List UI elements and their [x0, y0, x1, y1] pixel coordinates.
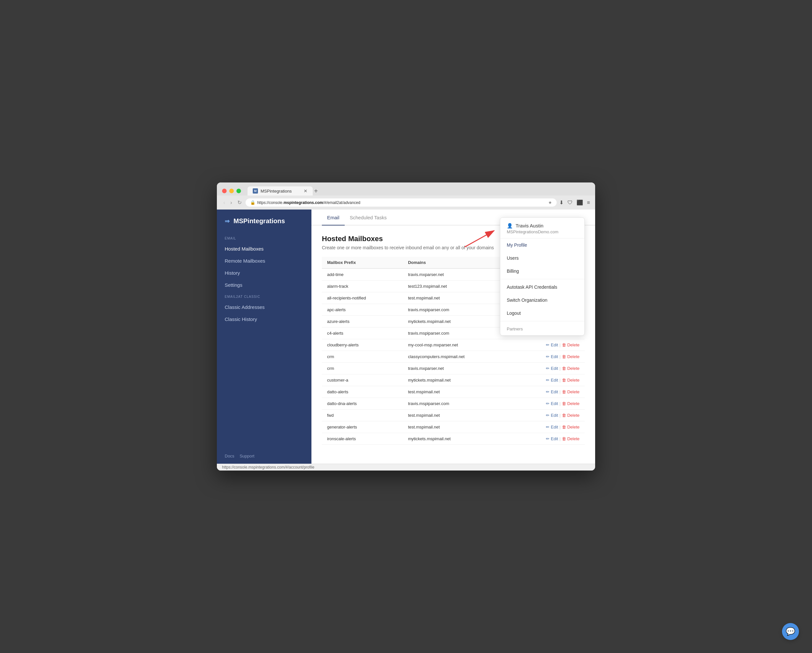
logo-text: MSPintegrations [234, 217, 285, 225]
sidebar-item-settings[interactable]: Settings [217, 279, 311, 291]
app-layout: ⇒ MSPintegrations EMAIL Hosted Mailboxes… [217, 210, 595, 464]
minimize-button[interactable] [229, 189, 234, 193]
tab-bar: M MSPintegrations ✕ + [247, 186, 590, 195]
delete-button[interactable]: 🗑 Delete [562, 436, 580, 441]
address-bar: ‹ › ↻ 🔒 https://console.mspintegrations.… [217, 195, 595, 210]
status-bar: https://console.mspintegrations.com/#/ac… [217, 464, 595, 470]
cell-domain: travis.mspiparser.com [403, 327, 513, 339]
edit-button[interactable]: ✏ Edit [546, 413, 558, 418]
tab-scheduled-tasks[interactable]: Scheduled Tasks [345, 210, 392, 225]
cell-prefix: all-recipients-notified [322, 292, 403, 304]
dropdown-autotask-api[interactable]: Autotask API Credentials [500, 280, 585, 294]
dropdown-switch-org[interactable]: Switch Organization [500, 294, 585, 307]
sidebar-bottom: Docs Support [217, 448, 311, 464]
url-bar[interactable]: 🔒 https://console.mspintegrations.com/#/… [246, 198, 557, 207]
edit-button[interactable]: ✏ Edit [546, 354, 558, 359]
dropdown-partners[interactable]: Partners [500, 323, 585, 335]
extension-icon[interactable]: ⬛ [577, 199, 583, 205]
cell-prefix: datto-dna-alerts [322, 398, 403, 409]
browser-window: M MSPintegrations ✕ + ‹ › ↻ 🔒 https://co… [217, 183, 595, 470]
table-row: ironscale-alertsmytickets.mspimail.net✏ … [322, 433, 585, 445]
menu-icon[interactable]: ≡ [587, 200, 590, 205]
cell-actions: ✏ Edit|🗑 Delete [513, 398, 585, 409]
edit-button[interactable]: ✏ Edit [546, 366, 558, 371]
cell-prefix: add-time [322, 268, 403, 280]
sidebar-section-classic: EMAIL2AT CLASSIC [217, 295, 311, 301]
delete-button[interactable]: 🗑 Delete [562, 401, 580, 406]
support-link[interactable]: Support [240, 454, 255, 458]
cell-domain: test.mspimail.net [403, 421, 513, 433]
action-separator: | [558, 377, 562, 382]
table-row: crmclassycomputers.mspimail.net✏ Edit|🗑 … [322, 351, 585, 363]
sidebar-item-classic-history[interactable]: Classic History [217, 313, 311, 325]
delete-button[interactable]: 🗑 Delete [562, 390, 580, 394]
action-separator: | [558, 354, 562, 359]
edit-button[interactable]: ✏ Edit [546, 425, 558, 429]
sidebar-item-hosted-mailboxes[interactable]: Hosted Mailboxes [217, 243, 311, 255]
delete-button[interactable]: 🗑 Delete [562, 342, 580, 347]
action-separator: | [558, 436, 562, 441]
dropdown-logout[interactable]: Logout [500, 307, 585, 320]
title-bar: M MSPintegrations ✕ + [217, 183, 595, 195]
maximize-button[interactable] [237, 189, 241, 193]
sidebar-section-email: EMAIL [217, 237, 311, 243]
chat-button[interactable]: 💬 [782, 623, 799, 640]
cell-prefix: ironscale-alerts [322, 433, 403, 445]
cell-prefix: fwd [322, 409, 403, 421]
active-tab[interactable]: M MSPintegrations ✕ [247, 186, 313, 195]
back-button[interactable]: ‹ [222, 198, 226, 207]
dropdown-my-profile[interactable]: My Profile [500, 239, 585, 251]
cell-prefix: cloudberry-alerts [322, 339, 403, 351]
delete-button[interactable]: 🗑 Delete [562, 425, 580, 429]
cell-domain: test.mspimail.net [403, 292, 513, 304]
table-row: cloudberry-alertsmy-cool-msp.mxparser.ne… [322, 339, 585, 351]
cell-prefix: azure-alerts [322, 316, 403, 327]
tab-email[interactable]: Email [322, 210, 345, 225]
refresh-button[interactable]: ↻ [236, 198, 243, 207]
cell-domain: mytickets.mspimail.net [403, 374, 513, 386]
edit-button[interactable]: ✏ Edit [546, 377, 558, 382]
forward-button[interactable]: › [229, 198, 233, 207]
dropdown-header: 👤 Travis Austin MSPintegrationsDemo.com [500, 218, 585, 239]
sidebar-item-history[interactable]: History [217, 267, 311, 279]
docs-link[interactable]: Docs [225, 454, 235, 458]
delete-button[interactable]: 🗑 Delete [562, 366, 580, 371]
dropdown-separator-1 [500, 279, 585, 279]
edit-button[interactable]: ✏ Edit [546, 390, 558, 394]
sidebar-item-remote-mailboxes[interactable]: Remote Mailboxes [217, 255, 311, 267]
cell-actions: ✏ Edit|🗑 Delete [513, 351, 585, 363]
cell-prefix: generator-alerts [322, 421, 403, 433]
shield-icon[interactable]: 🛡 [568, 200, 572, 205]
top-tabs: Email Scheduled Tasks 👤 Travis Austin MS… [311, 210, 595, 225]
sidebar-logo: ⇒ MSPintegrations [217, 217, 311, 233]
download-icon[interactable]: ⬇ [559, 199, 563, 205]
edit-button[interactable]: ✏ Edit [546, 436, 558, 441]
delete-button[interactable]: 🗑 Delete [562, 377, 580, 382]
cell-actions: ✏ Edit|🗑 Delete [513, 409, 585, 421]
new-tab-button[interactable]: + [314, 188, 318, 195]
delete-button[interactable]: 🗑 Delete [562, 354, 580, 359]
action-separator: | [558, 413, 562, 418]
close-button[interactable] [222, 189, 227, 193]
cell-prefix: customer-a [322, 374, 403, 386]
dropdown-menu: 👤 Travis Austin MSPintegrationsDemo.com … [500, 217, 585, 336]
edit-button[interactable]: ✏ Edit [546, 342, 558, 347]
edit-button[interactable]: ✏ Edit [546, 401, 558, 406]
cell-domain: travis.mspiparser.com [403, 398, 513, 409]
cell-domain: test.mspimail.net [403, 409, 513, 421]
table-row: fwdtest.mspimail.net✏ Edit|🗑 Delete [322, 409, 585, 421]
cell-domain: travis.mxparser.net [403, 363, 513, 374]
logo-icon: ⇒ [225, 218, 230, 225]
sidebar-item-classic-addresses[interactable]: Classic Addresses [217, 301, 311, 313]
main-content: Email Scheduled Tasks 👤 Travis Austin MS… [311, 210, 595, 464]
dropdown-users[interactable]: Users [500, 251, 585, 265]
cell-prefix: alarm-track [322, 280, 403, 292]
cell-prefix: crm [322, 351, 403, 363]
dropdown-billing[interactable]: Billing [500, 265, 585, 278]
cell-actions: ✏ Edit|🗑 Delete [513, 363, 585, 374]
delete-button[interactable]: 🗑 Delete [562, 413, 580, 418]
cell-actions: ✏ Edit|🗑 Delete [513, 386, 585, 398]
cell-prefix: apc-alerts [322, 304, 403, 316]
tab-close-button[interactable]: ✕ [304, 188, 308, 193]
cell-actions: ✏ Edit|🗑 Delete [513, 374, 585, 386]
